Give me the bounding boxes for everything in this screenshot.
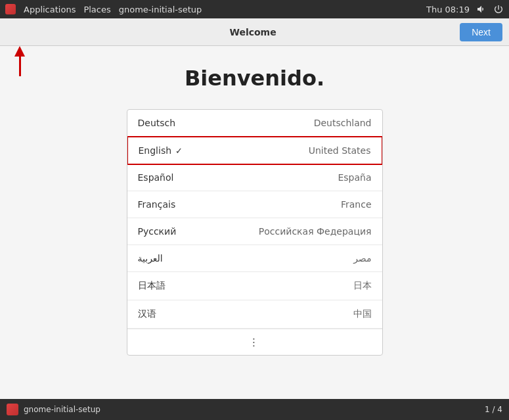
window-title: Welcome [46,27,460,37]
language-region: 中国 [353,308,372,320]
more-icon: ⋮ [249,336,261,348]
topbar-right: Thu 08:19 [426,4,504,14]
language-region: 日本 [353,280,372,292]
language-region: Deutschland [314,118,372,128]
language-name: Español [138,172,174,183]
language-name: 汉语 [138,308,156,320]
list-item[interactable]: 日本語 日本 [127,272,382,300]
language-name: Français [138,199,176,210]
check-icon: ✓ [175,146,183,156]
applications-menu[interactable]: Applications [24,5,76,14]
language-region: مصر [353,253,371,264]
language-name: Deutsch [138,118,176,128]
time-display: Thu 08:19 [426,5,470,14]
list-item-selected[interactable]: English ✓ United States [127,136,383,165]
list-item[interactable]: Русский Российская Федерация [127,218,382,245]
taskbar-app-label[interactable]: gnome-initial-setup [24,405,100,414]
language-region: España [338,172,371,183]
language-region: France [341,199,372,210]
more-row[interactable]: ⋮ [127,329,382,355]
taskbar-app-icon [7,404,18,415]
taskbar-left: gnome-initial-setup [7,404,100,415]
list-item[interactable]: Deutsch Deutschland [127,110,382,137]
next-button[interactable]: Next [460,23,502,41]
language-name: 日本語 [138,280,166,292]
page-indicator: 1 / 4 [485,405,502,414]
language-name: Русский [138,226,177,237]
app-name-menu[interactable]: gnome-initial-setup [119,5,202,14]
power-icon[interactable] [493,4,504,14]
list-item[interactable]: 汉语 中国 [127,300,382,329]
taskbar: gnome-initial-setup 1 / 4 [0,399,509,420]
language-list: Deutsch Deutschland English ✓ United Sta… [127,109,383,356]
topbar-left: Applications Places gnome-initial-setup [5,4,202,14]
language-name: English ✓ [139,145,183,156]
language-region: United States [309,145,371,156]
apps-icon [5,4,16,14]
welcome-heading: Bienvenido. [185,66,324,91]
list-item[interactable]: Français France [127,191,382,218]
volume-icon[interactable] [476,4,487,14]
window-titlebar: Welcome Next [0,18,509,46]
system-topbar: Applications Places gnome-initial-setup … [0,0,509,18]
language-region: Российская Федерация [259,226,372,237]
arrow-indicator [14,46,25,57]
language-name: العربية [138,253,163,264]
list-item[interactable]: العربية مصر [127,245,382,272]
main-content: Bienvenido. Deutsch Deutschland English … [0,46,509,399]
list-item[interactable]: Español España [127,164,382,191]
arrow-line [19,57,21,76]
places-menu[interactable]: Places [83,5,110,14]
